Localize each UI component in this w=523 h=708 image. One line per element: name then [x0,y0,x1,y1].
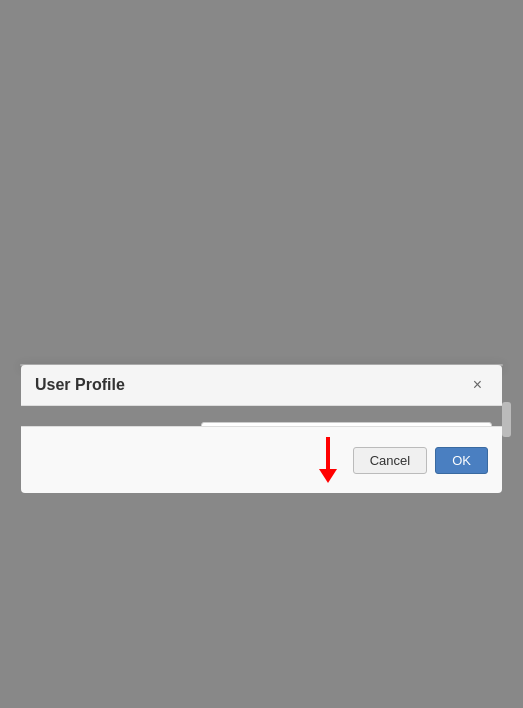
cancel-button[interactable]: Cancel [353,447,427,474]
down-arrow-container [319,437,341,483]
scroll-thumb[interactable] [502,402,511,437]
down-arrowhead [319,469,337,483]
semantic-scholar-row: Semantic Scholar Id [21,416,502,426]
modal-body: Semantic Scholar Id DBLP Id ORCID Id Ope… [21,406,502,426]
down-arrow [319,437,337,483]
modal-footer: Cancel OK [21,426,502,493]
down-arrow-line [326,437,330,469]
modal-title: User Profile [35,376,125,394]
close-button[interactable]: × [467,375,488,395]
modal-overlay: User Profile × Semantic Scholar Id DBLP … [0,0,523,708]
user-profile-modal: User Profile × Semantic Scholar Id DBLP … [20,364,503,366]
ok-button[interactable]: OK [435,447,488,474]
modal-header: User Profile × [21,365,502,406]
